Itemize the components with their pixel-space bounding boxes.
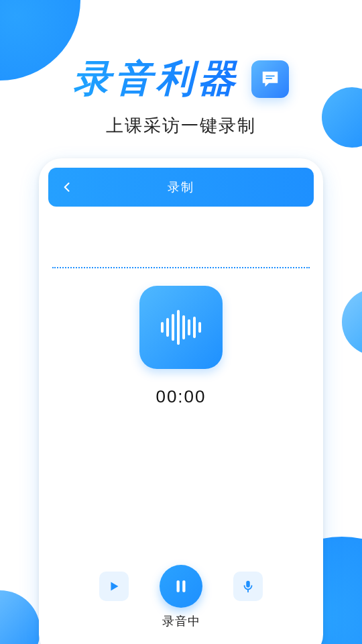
svg-rect-0 bbox=[265, 75, 274, 76]
svg-rect-11 bbox=[182, 580, 185, 592]
titlebar: 录制 bbox=[48, 168, 314, 207]
microphone-icon bbox=[241, 579, 255, 594]
svg-rect-10 bbox=[177, 580, 180, 592]
hero: 录音利器 上课采访一键录制 bbox=[0, 54, 362, 138]
hero-title: 录音利器 bbox=[73, 54, 239, 105]
play-button[interactable] bbox=[99, 572, 129, 601]
phone-card: 录制 00:00 bbox=[39, 158, 323, 644]
pause-icon bbox=[172, 578, 190, 595]
pause-button[interactable] bbox=[160, 565, 202, 608]
svg-rect-12 bbox=[246, 581, 250, 588]
titlebar-title: 录制 bbox=[168, 179, 194, 195]
waveform-icon bbox=[139, 286, 223, 369]
play-icon bbox=[107, 579, 121, 594]
back-button[interactable] bbox=[60, 180, 74, 194]
controls bbox=[39, 565, 323, 608]
recording-timer: 00:00 bbox=[39, 386, 323, 407]
decorative-blob bbox=[342, 288, 362, 356]
recording-status: 录音中 bbox=[39, 613, 323, 629]
chat-bubble-icon bbox=[251, 60, 289, 98]
mic-button[interactable] bbox=[233, 572, 263, 601]
chevron-left-icon bbox=[60, 180, 74, 194]
svg-rect-1 bbox=[265, 78, 272, 79]
hero-subtitle: 上课采访一键录制 bbox=[0, 114, 362, 138]
decorative-blob bbox=[0, 590, 40, 644]
waveform-divider bbox=[52, 267, 310, 268]
